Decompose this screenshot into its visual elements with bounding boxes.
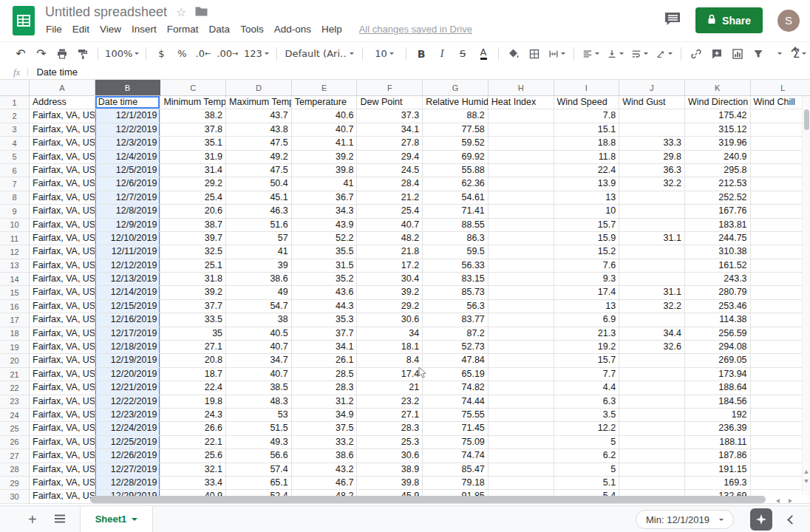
cell[interactable] xyxy=(619,409,685,422)
cell[interactable] xyxy=(489,177,554,191)
cell[interactable]: 4 xyxy=(751,463,810,477)
row-header-13[interactable]: 13 xyxy=(0,259,30,273)
cell[interactable] xyxy=(489,381,554,395)
cell[interactable]: Fairfax, VA, US xyxy=(30,368,95,381)
row-header-18[interactable]: 18 xyxy=(0,327,30,341)
cell[interactable]: 26.1 xyxy=(292,354,358,367)
cell[interactable]: 55.88 xyxy=(423,164,489,177)
add-sheet-button[interactable]: + xyxy=(28,512,37,527)
cell[interactable]: 192 xyxy=(685,409,751,422)
cell[interactable]: Address xyxy=(30,96,95,109)
column-header-G[interactable]: G xyxy=(423,80,489,96)
cell[interactable]: 12/9/2019 xyxy=(95,219,161,232)
cell[interactable]: 294.08 xyxy=(685,341,751,354)
cell[interactable]: 5 xyxy=(554,463,620,477)
cell[interactable]: 20.6 xyxy=(160,205,226,218)
cell[interactable]: 8.4 xyxy=(357,354,423,367)
cell[interactable] xyxy=(489,245,554,259)
cell[interactable]: Wind Speed xyxy=(554,96,620,109)
cell[interactable]: 24.3 xyxy=(160,409,226,422)
cell[interactable]: Wind Direction xyxy=(685,96,751,109)
cell[interactable]: 33.4 xyxy=(160,477,226,490)
cell[interactable] xyxy=(619,273,685,286)
cell[interactable]: 56.6 xyxy=(226,449,292,463)
cell[interactable]: 12/15/2019 xyxy=(95,300,161,313)
cell[interactable]: 85.47 xyxy=(423,463,489,477)
cell[interactable]: 187.86 xyxy=(685,449,751,463)
cell[interactable] xyxy=(751,477,810,490)
cell[interactable]: 2 xyxy=(751,422,810,435)
cell[interactable]: 12/18/2019 xyxy=(95,341,161,354)
cell[interactable]: Fairfax, VA, US xyxy=(30,245,95,259)
cell[interactable] xyxy=(619,449,685,463)
vertical-scrollbar[interactable] xyxy=(802,96,810,495)
cell[interactable]: 183.81 xyxy=(685,219,751,232)
cell[interactable] xyxy=(619,313,685,327)
column-header-F[interactable]: F xyxy=(357,80,423,96)
cell[interactable]: 2 xyxy=(751,123,810,137)
cell[interactable]: 88.55 xyxy=(423,219,489,232)
menu-view[interactable]: View xyxy=(95,21,126,37)
paint-format-button[interactable] xyxy=(74,45,92,63)
cell[interactable]: 28.3 xyxy=(357,422,423,435)
cell[interactable]: 11.8 xyxy=(554,151,620,164)
cell[interactable]: 15.1 xyxy=(554,123,620,137)
cell[interactable]: 69.92 xyxy=(423,151,489,164)
cell[interactable]: 15.7 xyxy=(554,219,620,232)
cell[interactable]: 30.6 xyxy=(357,313,423,327)
row-header-15[interactable]: 15 xyxy=(0,286,30,299)
cell[interactable]: 50.4 xyxy=(226,177,292,191)
menu-insert[interactable]: Insert xyxy=(126,21,162,37)
cell[interactable]: Fairfax, VA, US xyxy=(30,436,95,449)
cell[interactable] xyxy=(489,368,554,381)
column-header-H[interactable]: H xyxy=(489,80,554,96)
cell[interactable]: 28.5 xyxy=(292,368,358,381)
cell[interactable]: 35 xyxy=(160,327,226,341)
cell[interactable]: 7.6 xyxy=(554,259,620,273)
cell[interactable]: 85.73 xyxy=(423,286,489,299)
row-header-19[interactable]: 19 xyxy=(0,341,30,354)
collapse-toolbar-button[interactable] xyxy=(792,46,798,54)
cell[interactable]: 2 xyxy=(751,449,810,463)
cell[interactable] xyxy=(489,164,554,177)
cell[interactable]: 319.96 xyxy=(685,137,751,150)
cell[interactable]: 280.79 xyxy=(685,286,751,299)
cell[interactable] xyxy=(489,286,554,299)
cell[interactable]: 2 xyxy=(751,164,810,177)
cell[interactable]: 175.42 xyxy=(685,109,751,123)
cell[interactable]: 49 xyxy=(226,286,292,299)
cell[interactable]: 34.1 xyxy=(292,341,358,354)
cell[interactable]: 3 xyxy=(751,286,810,299)
cell[interactable]: 38 xyxy=(226,313,292,327)
cell[interactable]: 37.3 xyxy=(357,109,423,123)
cell[interactable]: 30.4 xyxy=(357,273,423,286)
cell[interactable]: 31.9 xyxy=(160,151,226,164)
cell[interactable]: 59.52 xyxy=(423,137,489,150)
column-header-A[interactable]: A xyxy=(30,80,95,96)
cell[interactable]: 31.1 xyxy=(619,232,685,245)
share-button[interactable]: Share xyxy=(695,7,763,33)
cell[interactable]: 2 xyxy=(751,245,810,259)
cell[interactable]: 38.9 xyxy=(357,463,423,477)
cell[interactable]: 3 xyxy=(751,177,810,191)
cell[interactable]: 26.6 xyxy=(160,422,226,435)
save-status[interactable]: All changes saved in Drive xyxy=(359,24,472,35)
cell[interactable]: 51.5 xyxy=(226,422,292,435)
cell[interactable]: Fairfax, VA, US xyxy=(30,232,95,245)
cell[interactable]: 38.2 xyxy=(160,109,226,123)
cell[interactable]: Fairfax, VA, US xyxy=(30,395,95,409)
cell[interactable]: 53 xyxy=(226,409,292,422)
cell[interactable]: 1 xyxy=(751,368,810,381)
cell[interactable]: 79.18 xyxy=(423,477,489,490)
cell[interactable]: Fairfax, VA, US xyxy=(30,477,95,490)
cell[interactable]: Fairfax, VA, US xyxy=(30,109,95,123)
cell[interactable]: 39 xyxy=(226,259,292,273)
cell[interactable] xyxy=(751,259,810,273)
row-header-8[interactable]: 8 xyxy=(0,191,30,205)
cell[interactable]: 47.5 xyxy=(226,137,292,150)
all-sheets-button[interactable] xyxy=(55,513,65,526)
cell[interactable]: Fairfax, VA, US xyxy=(30,151,95,164)
cell[interactable]: 25.3 xyxy=(357,436,423,449)
cell[interactable]: Fairfax, VA, US xyxy=(30,286,95,299)
cell[interactable]: 51.6 xyxy=(226,219,292,232)
